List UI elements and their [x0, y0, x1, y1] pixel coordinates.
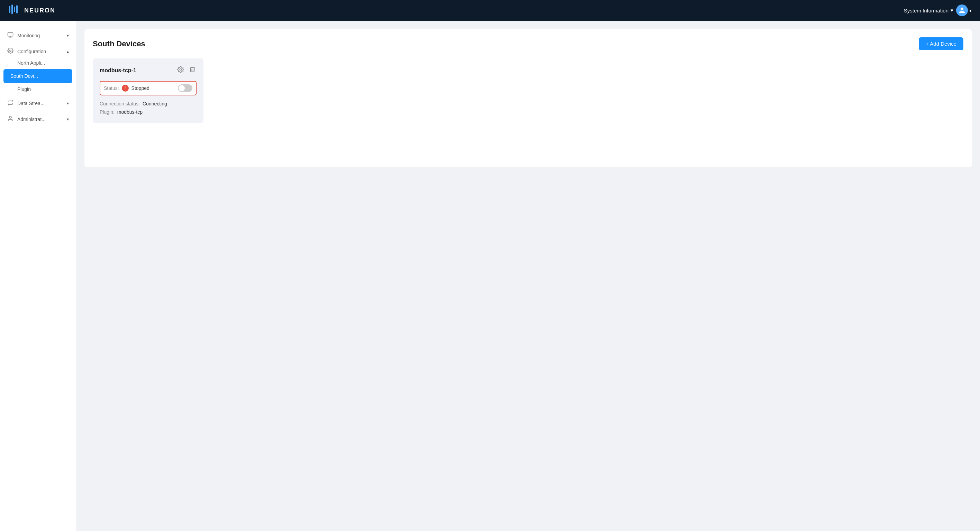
sidebar-item-monitoring[interactable]: Monitoring ▾: [0, 28, 76, 44]
page-title: South Devices: [93, 40, 145, 48]
status-value: Stopped: [132, 86, 150, 91]
svg-rect-4: [8, 32, 13, 36]
content-card: South Devices + Add Device modbus-tcp-1: [84, 29, 972, 167]
sidebar-item-configuration[interactable]: Configuration ▴: [0, 44, 76, 57]
monitoring-icon: [7, 32, 14, 40]
configuration-chevron-icon: ▴: [67, 49, 69, 54]
connection-value: Connecting: [143, 101, 167, 106]
connection-label: Connection status:: [100, 101, 140, 106]
status-label: Status:: [104, 86, 119, 91]
svg-point-7: [10, 50, 11, 52]
sidebar: Monitoring ▾ Configuration ▴ North Appli…: [0, 21, 76, 531]
north-appli-label: North Appli...: [17, 60, 45, 66]
svg-point-9: [180, 69, 182, 71]
sidebar-item-plugin[interactable]: Plugin: [0, 83, 76, 95]
header-right: System Information ▾ ▾: [904, 5, 972, 16]
plugin-row: Plugin: modbus-tcp: [100, 108, 197, 116]
logo: NEURON: [8, 3, 56, 17]
user-menu-button[interactable]: ▾: [956, 5, 972, 16]
app-layout: Monitoring ▾ Configuration ▴ North Appli…: [0, 0, 980, 531]
administration-label: Administrat...: [17, 117, 46, 122]
device-name: modbus-tcp-1: [100, 67, 136, 74]
content-header: South Devices + Add Device: [93, 37, 963, 50]
device-settings-button[interactable]: [177, 65, 185, 75]
sidebar-item-administration[interactable]: Administrat... ▾: [0, 111, 76, 127]
plugin-label: Plugin: [17, 86, 31, 92]
user-chevron-icon: ▾: [969, 8, 972, 13]
south-devi-label: South Devi...: [10, 73, 38, 79]
monitoring-label: Monitoring: [17, 33, 40, 38]
system-info-label: System Information: [904, 8, 948, 13]
device-toggle[interactable]: [178, 84, 192, 92]
device-status-row: Status: ! Stopped: [100, 81, 197, 95]
sidebar-item-south-devi[interactable]: South Devi...: [3, 69, 72, 83]
sidebar-item-north-appli[interactable]: North Appli...: [0, 57, 76, 69]
connection-status-row: Connection status: Connecting: [100, 100, 197, 108]
plugin-row-value: modbus-tcp: [117, 109, 143, 115]
add-device-button[interactable]: + Add Device: [919, 37, 963, 50]
configuration-icon: [7, 48, 14, 55]
svg-point-8: [10, 116, 11, 118]
svg-rect-2: [14, 6, 15, 12]
top-navbar: NEURON System Information ▾ ▾: [0, 0, 980, 21]
data-stream-chevron-icon: ▾: [67, 101, 69, 106]
neuron-logo-icon: [8, 3, 21, 17]
add-device-label: + Add Device: [926, 41, 956, 47]
logo-text: NEURON: [24, 7, 56, 14]
sidebar-item-data-stream[interactable]: Data Strea... ▾: [0, 95, 76, 111]
system-info-button[interactable]: System Information ▾: [904, 7, 953, 13]
chevron-down-icon: ▾: [951, 7, 953, 13]
data-stream-icon: [7, 100, 14, 107]
main-content: South Devices + Add Device modbus-tcp-1: [76, 21, 980, 531]
administration-icon: [7, 116, 14, 123]
configuration-label: Configuration: [17, 49, 46, 54]
svg-rect-3: [16, 5, 18, 13]
status-error-icon: !: [122, 85, 129, 92]
device-card-header: modbus-tcp-1: [100, 65, 197, 75]
data-stream-label: Data Strea...: [17, 101, 45, 106]
user-avatar: [956, 5, 968, 16]
svg-rect-0: [9, 6, 10, 13]
device-actions: [177, 65, 197, 75]
plugin-row-label: Plugin:: [100, 109, 115, 115]
svg-rect-1: [11, 5, 13, 14]
monitoring-chevron-icon: ▾: [67, 33, 69, 38]
administration-chevron-icon: ▾: [67, 117, 69, 122]
device-card: modbus-tcp-1: [93, 59, 204, 123]
device-delete-button[interactable]: [188, 65, 197, 75]
